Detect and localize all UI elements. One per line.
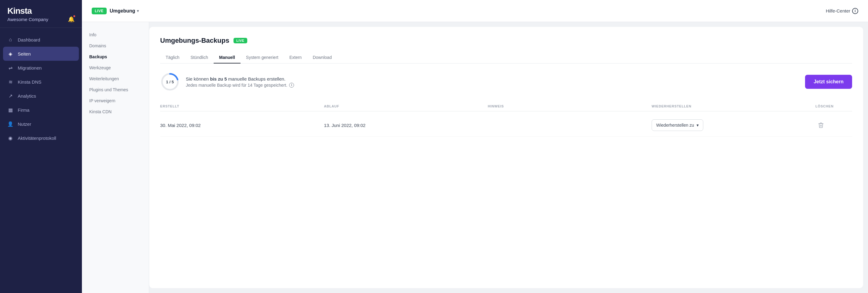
layers-icon: ◈ <box>7 51 13 57</box>
backup-info-row: 1 / 5 Sie können bis zu 5 manuelle Backu… <box>160 72 852 91</box>
col-header-hinweis: HINWEIS <box>488 104 652 108</box>
company-name: Awesome Company <box>7 17 48 22</box>
backup-days-text: Jedes manuelle Backup wird für 14 Tage g… <box>186 83 287 87</box>
kinsta-logo: Kinsta <box>7 6 74 16</box>
sec-nav-kinsta-cdn[interactable]: Kinsta CDN <box>82 106 149 117</box>
person-plus-icon: 👤 <box>7 121 13 127</box>
arrows-icon: ⇌ <box>7 65 13 71</box>
sidebar-item-nutzer[interactable]: 👤 Nutzer <box>0 117 82 131</box>
hilfe-center-link[interactable]: Hilfe-Center i <box>826 8 858 14</box>
building-icon: ▦ <box>7 107 13 113</box>
col-header-wiederherstellen: WIEDERHERSTELLEN <box>652 104 815 108</box>
jetzt-sichern-button[interactable]: Jetzt sichern <box>805 75 852 89</box>
topbar: LIVE Umgebung ▾ Hilfe-Center i <box>82 0 868 22</box>
col-header-loeschen: LÖSCHEN <box>815 104 852 108</box>
sidebar-item-label: Migrationen <box>18 65 41 71</box>
sidebar-item-analytics[interactable]: ↗ Analytics <box>0 89 82 103</box>
sidebar-item-seiten[interactable]: ◈ Seiten <box>3 47 79 61</box>
umgebung-label: Umgebung <box>110 8 135 14</box>
backup-text: Sie können bis zu 5 manuelle Backups ers… <box>186 76 294 87</box>
tab-stuendlich[interactable]: Stündlich <box>185 52 214 64</box>
tab-download[interactable]: Download <box>307 52 337 64</box>
sidebar-item-label: Nutzer <box>18 121 31 127</box>
backup-info-line1: Sie können bis zu 5 manuelle Backups ers… <box>186 76 294 81</box>
sidebar-item-firma[interactable]: ▦ Firma <box>0 103 82 117</box>
tab-manuell[interactable]: Manuell <box>214 52 241 64</box>
tabs: Täglich Stündlich Manuell System generie… <box>160 52 852 64</box>
sec-nav-backups[interactable]: Backups <box>82 51 149 62</box>
restore-button[interactable]: Wiederherstellen zu ▾ <box>652 119 703 131</box>
page-header: Umgebungs-Backups LIVE <box>160 37 852 44</box>
backup-info-line2: Jedes manuelle Backup wird für 14 Tage g… <box>186 83 294 87</box>
backup-info-suffix: manuelle Backups erstellen. <box>227 76 285 81</box>
table-header-row: ERSTELLT ABLAUF HINWEIS WIEDERHERSTELLEN… <box>160 101 852 111</box>
chevron-down-icon: ▾ <box>137 9 139 13</box>
cell-ablauf: 13. Juni 2022, 09:02 <box>324 123 488 128</box>
sidebar-item-kinsta-dns[interactable]: ≋ Kinsta DNS <box>0 75 82 89</box>
restore-chevron-icon: ▾ <box>696 123 699 127</box>
notification-badge <box>73 15 76 18</box>
signal-icon: ≋ <box>7 79 13 85</box>
tab-extern[interactable]: Extern <box>284 52 307 64</box>
company-row: Awesome Company 🔔 <box>7 16 74 23</box>
tab-taeglich[interactable]: Täglich <box>160 52 185 64</box>
chart-icon: ↗ <box>7 93 13 99</box>
sidebar-item-label: Seiten <box>18 51 31 57</box>
backup-count-label: 1 / 5 <box>166 80 174 84</box>
trash-icon <box>818 122 824 128</box>
tab-system-generiert[interactable]: System generiert <box>241 52 284 64</box>
sidebar-item-label: Kinsta DNS <box>18 79 41 84</box>
sidebar-item-label: Analytics <box>18 94 36 99</box>
sidebar-nav: ⌂ Dashboard ◈ Seiten ⇌ Migrationen ≋ Kin… <box>0 28 82 293</box>
main-area: LIVE Umgebung ▾ Hilfe-Center i Info Doma… <box>82 0 868 293</box>
page-live-badge: LIVE <box>234 38 247 43</box>
sidebar-item-label: Firma <box>18 107 29 113</box>
page-title: Umgebungs-Backups <box>160 37 229 44</box>
restore-label: Wiederherstellen zu <box>656 123 694 127</box>
cell-actions: Wiederherstellen zu ▾ <box>652 119 815 131</box>
sec-nav-domains[interactable]: Domains <box>82 40 149 51</box>
hilfe-center-label: Hilfe-Center <box>826 8 850 13</box>
backup-info-prefix: Sie können <box>186 76 210 81</box>
sidebar-item-aktivitaetenprotokoll[interactable]: ◉ Aktivitätenprotokoll <box>0 131 82 145</box>
backup-progress-circle: 1 / 5 <box>160 72 180 91</box>
cell-erstellt: 30. Mai 2022, 09:02 <box>160 123 324 128</box>
sidebar-item-label: Aktivitätenprotokoll <box>18 136 56 141</box>
col-header-erstellt: ERSTELLT <box>160 104 324 108</box>
table-row: 30. Mai 2022, 09:02 13. Juni 2022, 09:02… <box>160 114 852 137</box>
sidebar-item-migrationen[interactable]: ⇌ Migrationen <box>0 61 82 75</box>
delete-button[interactable] <box>815 120 827 131</box>
umgebung-button[interactable]: Umgebung ▾ <box>110 8 139 14</box>
sidebar-item-dashboard[interactable]: ⌂ Dashboard <box>0 33 82 47</box>
info-icon: i <box>289 83 294 87</box>
backup-info-left: 1 / 5 Sie können bis zu 5 manuelle Backu… <box>160 72 294 91</box>
backup-table: ERSTELLT ABLAUF HINWEIS WIEDERHERSTELLEN… <box>160 101 852 137</box>
sec-nav-weiterleitungen[interactable]: Weiterleitungen <box>82 73 149 84</box>
sec-nav-info[interactable]: Info <box>82 29 149 40</box>
house-icon: ⌂ <box>7 37 13 43</box>
secondary-sidebar: Info Domains Backups Werkzeuge Weiterlei… <box>82 22 149 293</box>
info-circle-icon: i <box>852 8 858 14</box>
content-area: Info Domains Backups Werkzeuge Weiterlei… <box>82 22 868 293</box>
sec-nav-ip-verweigern[interactable]: IP verweigern <box>82 95 149 106</box>
cell-delete <box>815 120 852 131</box>
topbar-left: LIVE Umgebung ▾ <box>92 8 139 14</box>
notification-bell[interactable]: 🔔 <box>68 16 74 23</box>
eye-icon: ◉ <box>7 135 13 141</box>
sec-nav-plugins-themes[interactable]: Plugins und Themes <box>82 84 149 95</box>
page-content: Umgebungs-Backups LIVE Täglich Stündlich… <box>149 27 863 288</box>
sidebar-item-label: Dashboard <box>18 37 40 42</box>
sec-nav-werkzeuge[interactable]: Werkzeuge <box>82 62 149 73</box>
col-header-ablauf: ABLAUF <box>324 104 488 108</box>
backup-info-bold: bis zu 5 <box>210 76 227 81</box>
sidebar: Kinsta Awesome Company 🔔 ⌂ Dashboard ◈ S… <box>0 0 82 293</box>
sidebar-header: Kinsta Awesome Company 🔔 <box>0 0 82 28</box>
live-badge: LIVE <box>92 8 107 14</box>
